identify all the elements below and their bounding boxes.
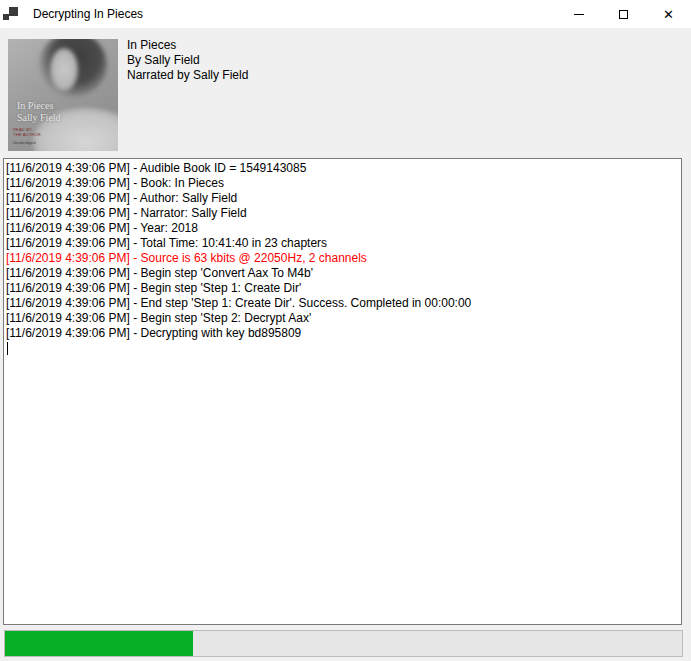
cover-art-face <box>50 48 79 91</box>
log-line: [11/6/2019 4:39:06 PM] - Total Time: 10:… <box>6 236 681 251</box>
book-title: In Pieces <box>127 38 248 53</box>
cover-author: Sally Field <box>17 112 61 124</box>
book-info: In Pieces By Sally Field Narrated by Sal… <box>127 38 248 83</box>
app-window: Decrypting In Pieces ✕ In Pieces Sally F… <box>0 0 691 661</box>
log-line: [11/6/2019 4:39:06 PM] - Book: In Pieces <box>6 176 681 191</box>
maximize-button[interactable] <box>601 0 646 28</box>
cover-badge: READ BY THE AUTHOR Unabridged <box>13 127 41 145</box>
book-narrator: Narrated by Sally Field <box>127 68 248 83</box>
log-textbox[interactable]: [11/6/2019 4:39:06 PM] - Audible Book ID… <box>3 158 682 625</box>
log-line: [11/6/2019 4:39:06 PM] - Year: 2018 <box>6 221 681 236</box>
window-title: Decrypting In Pieces <box>33 7 143 21</box>
log-line: [11/6/2019 4:39:06 PM] - Author: Sally F… <box>6 191 681 206</box>
log-line: [11/6/2019 4:39:06 PM] - Begin step 'Ste… <box>6 281 681 296</box>
cover-title: In Pieces <box>17 100 61 112</box>
progress-bar <box>4 630 683 657</box>
close-button[interactable]: ✕ <box>646 0 691 28</box>
book-cover-image: In Pieces Sally Field READ BY THE AUTHOR… <box>8 39 118 151</box>
log-line: [11/6/2019 4:39:06 PM] - Decrypting with… <box>6 326 681 341</box>
log-line: [11/6/2019 4:39:06 PM] - Begin step 'Con… <box>6 266 681 281</box>
titlebar: Decrypting In Pieces ✕ <box>0 0 691 28</box>
log-line: [11/6/2019 4:39:06 PM] - End step 'Step … <box>6 296 681 311</box>
close-icon: ✕ <box>663 8 674 21</box>
log-line: [11/6/2019 4:39:06 PM] - Begin step 'Ste… <box>6 311 681 326</box>
maximize-icon <box>619 10 628 19</box>
text-caret <box>7 342 8 355</box>
log-line: [11/6/2019 4:39:06 PM] - Audible Book ID… <box>6 161 681 176</box>
app-blocks-icon <box>3 6 19 22</box>
progress-fill <box>5 631 193 656</box>
book-author: By Sally Field <box>127 53 248 68</box>
app-icon-big-block <box>9 7 18 16</box>
cover-badge-line2: THE AUTHOR <box>13 132 41 137</box>
cover-text-block: In Pieces Sally Field <box>17 100 61 124</box>
minimize-icon <box>574 14 584 15</box>
cover-badge-line3: Unabridged <box>13 140 41 145</box>
minimize-button[interactable] <box>556 0 601 28</box>
log-lines: [11/6/2019 4:39:06 PM] - Audible Book ID… <box>6 161 681 341</box>
log-line: [11/6/2019 4:39:06 PM] - Source is 63 kb… <box>6 251 681 266</box>
log-line: [11/6/2019 4:39:06 PM] - Narrator: Sally… <box>6 206 681 221</box>
